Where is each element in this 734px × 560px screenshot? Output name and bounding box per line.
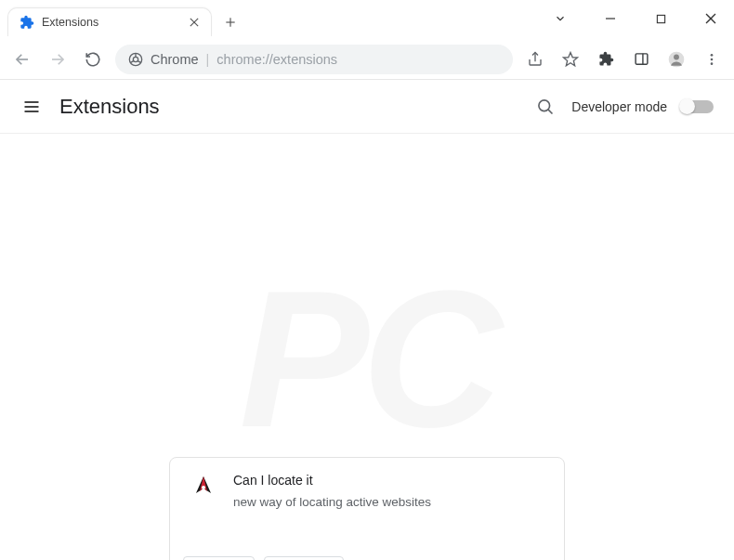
browser-tab[interactable]: Extensions <box>7 7 212 36</box>
extension-card: Can I locate it new way of locating acti… <box>169 457 565 560</box>
hamburger-menu-icon[interactable] <box>20 96 43 118</box>
new-tab-button[interactable] <box>217 9 243 35</box>
chevron-down-icon[interactable] <box>546 7 574 30</box>
page-title: Extensions <box>59 95 534 119</box>
bookmark-star-icon[interactable] <box>557 46 583 72</box>
developer-mode-label: Developer mode <box>571 99 667 114</box>
chrome-origin-icon <box>128 52 143 67</box>
svg-point-20 <box>674 54 679 59</box>
forward-button[interactable] <box>45 46 71 72</box>
kebab-menu-icon[interactable] <box>699 46 725 72</box>
developer-mode-toggle[interactable] <box>680 100 714 113</box>
svg-point-30 <box>202 486 205 489</box>
window-maximize-button[interactable] <box>647 7 675 30</box>
search-icon[interactable] <box>534 96 557 118</box>
address-separator: | <box>206 52 210 67</box>
profile-avatar-icon[interactable] <box>663 46 689 72</box>
svg-line-28 <box>548 109 553 113</box>
share-icon[interactable] <box>522 46 548 72</box>
svg-point-27 <box>539 99 550 111</box>
origin-label: Chrome <box>151 52 199 67</box>
svg-line-14 <box>131 60 134 62</box>
tab-close-icon[interactable] <box>187 15 202 30</box>
extension-icon <box>187 473 220 506</box>
svg-point-21 <box>711 54 714 57</box>
details-button[interactable]: Details <box>183 556 255 560</box>
svg-rect-1 <box>657 15 664 22</box>
extension-name: Can I locate it <box>233 473 547 488</box>
back-button[interactable] <box>9 46 35 72</box>
window-close-button[interactable] <box>697 7 725 30</box>
svg-rect-17 <box>636 54 648 64</box>
extension-description: new way of locating active websites <box>233 493 547 512</box>
address-url: chrome://extensions <box>216 52 337 67</box>
address-bar[interactable]: Chrome | chrome://extensions <box>115 45 513 74</box>
sidepanel-icon[interactable] <box>628 46 654 72</box>
reload-button[interactable] <box>80 46 106 72</box>
remove-button[interactable]: Remove <box>264 556 344 560</box>
svg-point-23 <box>711 62 714 65</box>
puzzle-icon <box>20 15 34 30</box>
extensions-icon[interactable] <box>593 46 619 72</box>
tab-title: Extensions <box>42 16 179 29</box>
svg-point-22 <box>711 58 714 60</box>
watermark-text: PC <box>0 271 734 447</box>
window-minimize-button[interactable] <box>596 7 624 30</box>
svg-marker-16 <box>564 52 578 65</box>
svg-line-13 <box>138 60 140 62</box>
